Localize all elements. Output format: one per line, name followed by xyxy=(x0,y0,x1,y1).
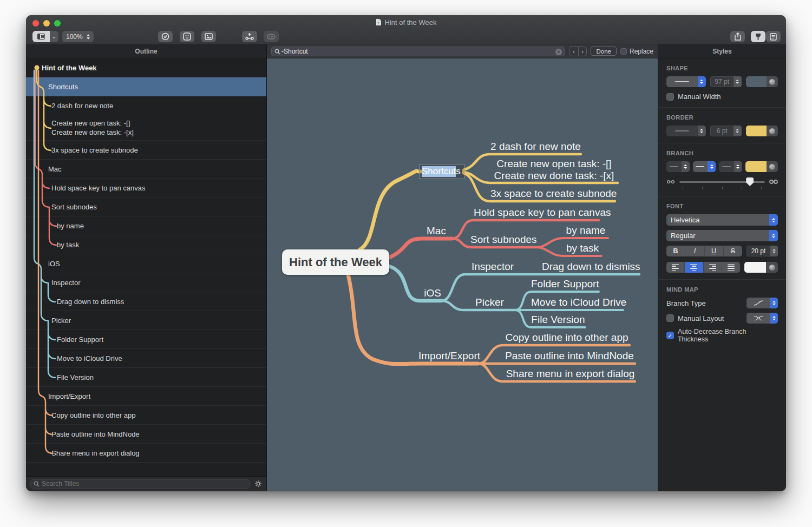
font-family-dropdown[interactable]: Helvetica xyxy=(666,214,778,226)
media-button[interactable] xyxy=(201,31,216,42)
manual-width-checkbox[interactable] xyxy=(666,93,674,101)
outline-item[interactable]: Create new open task: -[]Create new done… xyxy=(26,115,266,141)
task-button[interactable] xyxy=(158,31,173,42)
node-copy-outline[interactable]: Copy outline into other app xyxy=(504,332,630,344)
node-by-name[interactable]: by name xyxy=(564,225,608,236)
outline-item-shortcuts[interactable]: Shortcuts xyxy=(26,77,266,96)
align-justify-button[interactable] xyxy=(722,262,740,273)
stepper-arrows-icon[interactable] xyxy=(87,34,90,39)
outline-item-mac[interactable]: Mac xyxy=(26,160,266,179)
font-style-dropdown[interactable]: Regular xyxy=(666,230,778,241)
branch-color-swatch[interactable] xyxy=(745,161,767,172)
font-color-well[interactable] xyxy=(744,262,778,273)
node-root[interactable]: Hint of the Week xyxy=(282,249,389,275)
node-drag-dismiss[interactable]: Drag down to dismiss xyxy=(542,261,639,273)
replace-option[interactable]: Replace xyxy=(620,48,653,55)
outline-item[interactable]: Inspector xyxy=(26,273,266,292)
bold-button[interactable]: B xyxy=(666,246,685,256)
border-width-stepper[interactable]: 6 pt xyxy=(710,126,742,136)
stepper-arrows-icon[interactable] xyxy=(734,76,742,87)
view-toggle[interactable]: ⌄ xyxy=(32,31,58,42)
manual-layout-option[interactable]: Manual Layout xyxy=(666,314,724,322)
outline-item[interactable]: Drag down to dismiss xyxy=(26,292,266,311)
outline-item[interactable]: 2 dash for new note xyxy=(26,96,266,115)
stepper-arrows-icon[interactable] xyxy=(734,126,742,136)
branch-style-dropdown-1[interactable] xyxy=(666,161,690,172)
outline-item[interactable]: by name xyxy=(26,216,266,235)
outline-item-importexport[interactable]: Import/Export xyxy=(26,387,266,406)
find-previous-button[interactable]: ‹ xyxy=(569,47,578,56)
node-sort-subnodes[interactable]: Sort subnodes xyxy=(470,234,536,246)
node-picker[interactable]: Picker xyxy=(464,297,515,308)
manual-layout-checkbox[interactable] xyxy=(666,314,674,322)
outline-view-toggle-icon[interactable] xyxy=(32,31,50,42)
branch-style-dropdown-2[interactable] xyxy=(693,161,716,172)
color-wheel-icon[interactable] xyxy=(767,161,778,172)
italic-button[interactable]: I xyxy=(685,246,704,256)
gear-icon[interactable] xyxy=(254,480,262,488)
outline-item[interactable]: 3x space to create subnode xyxy=(26,141,266,160)
node-hold-space[interactable]: Hold space key to pan canvas xyxy=(474,207,599,219)
node-share-menu[interactable]: Share menu in export dialog xyxy=(504,368,637,380)
outline-item[interactable]: Copy outline into other app xyxy=(26,406,266,425)
replace-checkbox[interactable] xyxy=(620,48,627,55)
node-mac[interactable]: Mac xyxy=(417,225,455,237)
stepper-arrows-icon[interactable] xyxy=(770,246,778,256)
outline-item[interactable]: File Version xyxy=(26,368,266,387)
zoom-stepper[interactable]: 100% xyxy=(62,31,94,42)
node-paste-outline[interactable]: Paste outline into MindNode xyxy=(504,350,635,362)
slider-thumb[interactable] xyxy=(746,177,754,186)
share-button[interactable] xyxy=(730,31,745,42)
border-color-well[interactable] xyxy=(746,126,778,136)
shape-width-stepper[interactable]: 97 pt xyxy=(710,76,742,87)
color-wheel-icon[interactable] xyxy=(767,76,778,87)
outline-item[interactable]: by task xyxy=(26,235,266,254)
align-center-button[interactable] xyxy=(684,262,703,273)
align-right-button[interactable] xyxy=(703,262,722,273)
outline-item[interactable]: Move to iCloud Drive xyxy=(26,349,266,368)
node-2dash[interactable]: 2 dash for new note xyxy=(490,141,581,153)
node-by-task[interactable]: by task xyxy=(564,242,601,254)
shape-color-swatch[interactable] xyxy=(746,76,767,87)
connection-button[interactable] xyxy=(264,31,279,42)
strikethrough-button[interactable]: S xyxy=(723,246,742,256)
notes-panel-button[interactable] xyxy=(766,31,781,42)
branch-type-dropdown[interactable] xyxy=(746,298,778,308)
border-style-dropdown[interactable] xyxy=(666,126,706,136)
outline-item[interactable]: Picker xyxy=(26,311,266,330)
branch-color-well[interactable] xyxy=(745,161,778,172)
color-wheel-icon[interactable] xyxy=(766,262,778,273)
branch-style-dropdown-3[interactable] xyxy=(719,161,742,172)
add-node-button[interactable] xyxy=(242,31,257,42)
find-input[interactable] xyxy=(284,48,553,55)
auto-decrease-option[interactable]: ✓ Auto-Decrease Branch Thickness xyxy=(666,328,778,343)
clear-icon[interactable]: ✕ xyxy=(555,49,562,55)
shape-style-dropdown[interactable] xyxy=(666,76,706,87)
outline-item[interactable]: Sort subnodes xyxy=(26,197,266,216)
manual-width-option[interactable]: Manual Width xyxy=(666,93,778,101)
outline-item-ios[interactable]: iOS xyxy=(26,254,266,273)
node-file-version[interactable]: File Version xyxy=(531,314,585,326)
font-size-stepper[interactable]: 20 pt xyxy=(746,246,778,256)
node-create-task[interactable]: Create new open task: -[] Create new don… xyxy=(490,158,618,182)
outline-item[interactable]: Folder Support xyxy=(26,330,266,349)
node-ios[interactable]: iOS xyxy=(416,287,449,299)
node-move-icloud[interactable]: Move to iCloud Drive xyxy=(531,297,623,308)
outline-item-root[interactable]: Hint of the Week xyxy=(26,58,266,77)
branch-thickness-slider[interactable] xyxy=(679,177,765,186)
chevron-down-icon[interactable]: ⌄ xyxy=(50,31,58,42)
shape-color-well[interactable] xyxy=(746,76,778,87)
font-color-swatch[interactable] xyxy=(744,262,766,273)
layout-dropdown[interactable] xyxy=(746,313,778,324)
outline-item[interactable]: Hold space key to pan canvas xyxy=(26,179,266,197)
sticker-button[interactable] xyxy=(180,31,194,42)
outline-item[interactable]: Share menu in export dialog xyxy=(26,444,266,463)
node-inspector[interactable]: Inspector xyxy=(468,261,517,273)
styles-panel-button[interactable] xyxy=(751,31,765,42)
node-3x-space[interactable]: 3x space to create subnode xyxy=(490,188,615,200)
search-titles-input[interactable] xyxy=(30,479,250,489)
find-field[interactable]: ✕ xyxy=(271,47,565,56)
node-folder-support[interactable]: Folder Support xyxy=(531,278,599,290)
mindmap-canvas[interactable]: Hint of the Week Shortcuts 2 dash for ne… xyxy=(267,58,658,491)
color-wheel-icon[interactable] xyxy=(767,126,778,136)
